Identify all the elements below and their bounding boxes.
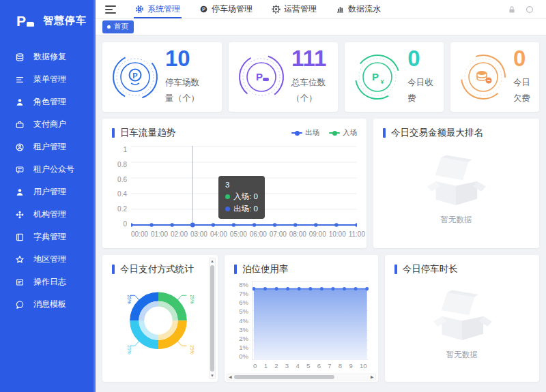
y-axis: 1 0.8 0.6 0.4 0.2 0 — [112, 146, 131, 228]
sidebar-item-menu-mgmt[interactable]: 菜单管理 — [0, 68, 96, 91]
scroll-left-icon[interactable]: ◀ — [229, 374, 232, 380]
x-tick: 07:00 — [270, 230, 287, 238]
sidebar-item-tenant-account[interactable]: 租户公众号 — [0, 158, 96, 181]
chart-tooltip: 3 入场: 0 出场: 0 — [218, 176, 265, 219]
sidebar-item-dict-mgmt[interactable]: 字典管理 — [0, 226, 96, 248]
panel-payment-stats: 今日支付方式统计 — [102, 255, 218, 382]
pie-label: 25% — [127, 295, 132, 303]
sidebar-item-region-mgmt[interactable]: 地区管理 — [0, 248, 96, 271]
y-tick: 3% — [234, 326, 248, 333]
empty-text: 暂无数据 — [446, 350, 478, 360]
app-root: P 智慧停车 数据修复 菜单管理 角色管理 支付商户 租户 — [0, 0, 546, 392]
stat-card-total-spaces: P 111 总车位数（个） — [229, 42, 338, 112]
breadcrumb-label: 首页 — [114, 22, 128, 31]
x-tick: 00:00 — [131, 230, 148, 238]
tooltip-row: 入场: 0 — [225, 191, 258, 202]
tooltip-value: 入场: 0 — [233, 191, 258, 202]
tooltip-title: 3 — [225, 179, 258, 191]
x-tick: 5 — [306, 362, 310, 370]
database-icon — [15, 52, 25, 62]
main-area: 系统管理 P 停车场管理 运营管理 数据流水 首页 — [96, 0, 546, 392]
y-tick: 5% — [234, 307, 248, 315]
user-avatar-icon[interactable] — [526, 5, 534, 14]
sidebar-item-role-mgmt[interactable]: 角色管理 — [0, 91, 96, 113]
panel-title-text: 今日支付方式统计 — [120, 263, 194, 275]
x-tick: 9 — [349, 362, 352, 370]
title-bar-icon — [383, 128, 386, 138]
horizontal-scrollbar[interactable]: ◀ ▶ — [227, 374, 376, 380]
panel-parking-duration: 今日停车时长 暂无数据 — [385, 255, 539, 382]
sidebar-item-label: 租户公众号 — [33, 164, 74, 175]
collapse-menu-icon[interactable] — [105, 5, 116, 14]
scrollbar-thumb[interactable] — [210, 265, 214, 372]
svg-text:P: P — [202, 7, 205, 12]
user-icon — [15, 187, 25, 197]
stat-label: 今日欠费 — [513, 75, 534, 108]
pie-label: 25% — [127, 345, 132, 354]
income-ring-icon: P ¥ — [353, 52, 402, 102]
sidebar: P 智慧停车 数据修复 菜单管理 角色管理 支付商户 租户 — [0, 0, 96, 392]
y-tick: 7% — [234, 290, 248, 297]
stat-card-today-arrears: 0 今日欠费 — [450, 42, 539, 112]
x-tick: 6 — [317, 362, 321, 370]
x-tick: 2 — [274, 362, 278, 370]
panel-title: 今日支付方式统计 — [112, 263, 204, 275]
stat-label: 总车位数（个） — [291, 75, 330, 108]
dashboard-content: P 10 停车场数量（个） P — [96, 35, 546, 392]
sidebar-item-op-log[interactable]: 操作日志 — [0, 271, 96, 293]
chat-box-icon — [15, 165, 25, 175]
y-tick: 0.6 — [112, 176, 127, 183]
x-axis: 00:00 01:00 02:00 03:00 04:00 05:00 06:0… — [131, 230, 365, 238]
menu-lines-icon — [15, 75, 25, 85]
app-logo[interactable]: P 智慧停车 — [0, 0, 96, 40]
x-tick: 10:00 — [329, 230, 346, 238]
y-tick: 0% — [234, 352, 248, 360]
sidebar-item-user-mgmt[interactable]: 用户管理 — [0, 181, 96, 203]
x-axis: 0 1 2 3 4 5 6 7 8 9 10 — [252, 362, 369, 370]
sidebar-item-label: 租户管理 — [33, 141, 66, 153]
tab-system-mgmt[interactable]: 系统管理 — [126, 0, 190, 18]
svg-text:P: P — [132, 72, 137, 80]
sidebar-item-label: 用户管理 — [33, 186, 66, 198]
sidebar-item-tenant-mgmt[interactable]: 租户管理 — [0, 136, 96, 158]
y-tick: 4% — [234, 317, 248, 325]
tooltip-row: 出场: 0 — [225, 203, 258, 215]
gear-outline-icon — [272, 5, 281, 14]
tab-data-flow[interactable]: 数据流水 — [326, 0, 390, 18]
sidebar-item-label: 菜单管理 — [33, 74, 66, 85]
x-tick: 0 — [253, 362, 257, 370]
tab-parking-lot-mgmt[interactable]: P 停车场管理 — [190, 0, 262, 18]
vertical-scrollbar[interactable]: ▲ ▼ — [209, 258, 216, 379]
x-tick: 03:00 — [190, 230, 207, 238]
donut-chart: 25% 25% 25% 25% — [112, 278, 204, 365]
panel-occupancy-rate: 泊位使用率 8% 7% 6% 5% 4% 3% 2% 1% 0% — [225, 255, 378, 382]
x-tick: 3 — [285, 362, 289, 370]
scrollbar-thumb[interactable] — [234, 375, 334, 379]
chart-legend: 出场 入场 — [291, 128, 357, 138]
sidebar-item-label: 角色管理 — [33, 96, 66, 108]
sidebar-item-msg-template[interactable]: 消息模板 — [0, 293, 96, 316]
sidebar-item-data-repair[interactable]: 数据修复 — [0, 46, 96, 68]
legend-enter[interactable]: 入场 — [329, 128, 357, 138]
tab-label: 运营管理 — [284, 3, 317, 15]
stat-label: 停车场数量（个） — [165, 75, 205, 108]
y-axis: 8% 7% 6% 5% 4% 3% 2% 1% 0% — [234, 281, 252, 360]
exit-dot-icon — [225, 207, 230, 211]
panel-title-text: 泊位使用率 — [242, 263, 289, 275]
lock-icon[interactable] — [508, 5, 516, 14]
sidebar-item-label: 字典管理 — [33, 231, 66, 243]
tab-operation-mgmt[interactable]: 运营管理 — [262, 0, 326, 18]
sidebar-item-org-mgmt[interactable]: 机构管理 — [0, 203, 96, 226]
legend-exit[interactable]: 出场 — [291, 128, 319, 138]
breadcrumb-home-tag[interactable]: 首页 — [102, 20, 134, 33]
scroll-right-icon[interactable]: ▶ — [371, 374, 374, 380]
empty-state: 暂无数据 — [394, 275, 530, 372]
sidebar-item-pay-merchant[interactable]: 支付商户 — [0, 113, 96, 136]
bottom-row: 今日支付方式统计 — [102, 255, 539, 382]
scroll-up-icon[interactable]: ▲ — [210, 258, 215, 264]
middle-row: 日车流量趋势 出场 入场 — [102, 119, 539, 248]
panel-title-text: 今日停车时长 — [403, 263, 458, 275]
x-tick: 8 — [339, 362, 342, 370]
scroll-down-icon[interactable]: ▼ — [210, 373, 215, 378]
user-icon — [15, 97, 25, 107]
